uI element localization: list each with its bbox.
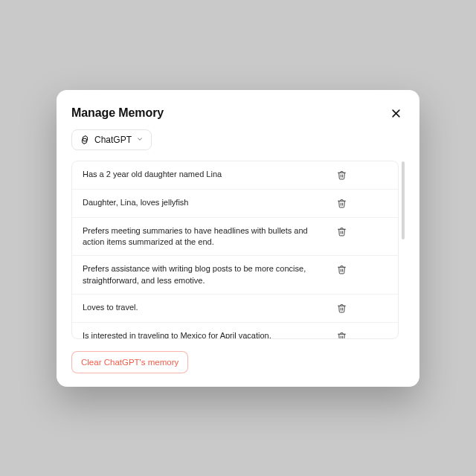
memory-text: Loves to travel. <box>83 302 328 313</box>
delete-memory-button[interactable] <box>335 330 348 338</box>
memory-list: Has a 2 year old daughter named Lina Dau… <box>71 161 399 339</box>
memory-row: Prefers assistance with writing blog pos… <box>72 256 398 295</box>
memory-list-container: Has a 2 year old daughter named Lina Dau… <box>71 161 405 339</box>
source-selected-label: ChatGPT <box>94 135 132 145</box>
chevron-down-icon <box>136 135 144 145</box>
trash-icon <box>337 304 347 315</box>
memory-row: Loves to travel. <box>72 295 398 323</box>
delete-memory-button[interactable] <box>335 169 348 181</box>
manage-memory-modal: Manage Memory ChatGPT Has <box>57 90 419 387</box>
source-selector[interactable]: ChatGPT <box>71 129 152 150</box>
trash-icon <box>337 171 347 182</box>
delete-memory-button[interactable] <box>335 302 348 315</box>
delete-memory-button[interactable] <box>335 263 348 276</box>
modal-header: Manage Memory <box>71 105 405 122</box>
openai-logo-icon <box>80 135 90 145</box>
memory-text: Has a 2 year old daughter named Lina <box>83 169 328 180</box>
modal-title: Manage Memory <box>71 106 164 120</box>
delete-memory-button[interactable] <box>335 197 348 210</box>
close-icon <box>390 110 402 121</box>
trash-icon <box>337 199 347 210</box>
memory-text: Daughter, Lina, loves jellyfish <box>83 197 328 208</box>
scrollbar[interactable] <box>402 161 405 239</box>
trash-icon <box>337 332 347 338</box>
memory-row: Prefers meeting summaries to have headli… <box>72 218 398 257</box>
clear-memory-button[interactable]: Clear ChatGPT's memory <box>71 351 188 373</box>
close-button[interactable] <box>387 105 405 122</box>
memory-text: Is interested in traveling to Mexico for… <box>83 330 328 338</box>
trash-icon <box>337 228 347 239</box>
memory-row: Has a 2 year old daughter named Lina <box>72 161 398 190</box>
memory-row: Is interested in traveling to Mexico for… <box>72 323 398 338</box>
memory-text: Prefers meeting summaries to have headli… <box>83 225 328 248</box>
memory-text: Prefers assistance with writing blog pos… <box>83 263 328 286</box>
trash-icon <box>337 266 347 277</box>
memory-row: Daughter, Lina, loves jellyfish <box>72 190 398 218</box>
delete-memory-button[interactable] <box>335 225 348 238</box>
